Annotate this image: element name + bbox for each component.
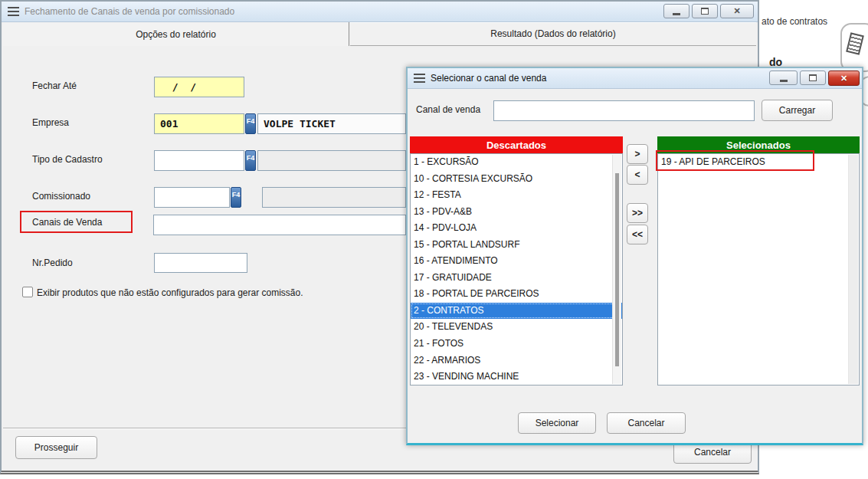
move-all-left-button[interactable]: << (627, 225, 648, 244)
main-window-title: Fechamento de Canais de venda por comiss… (25, 6, 234, 17)
dialog-titlebar[interactable]: Selecionar o canal de venda ✕ (408, 68, 862, 89)
tipo-cadastro-code-input[interactable] (154, 150, 244, 171)
list-item[interactable]: 16 - ATENDIMENTO (411, 253, 622, 270)
minimize-icon (780, 80, 788, 82)
list-item[interactable]: 13 - PDV-A&B (411, 204, 622, 221)
list-item[interactable]: 10 - CORTESIA EXCURSÃO (411, 171, 622, 188)
screen: ato de contratos do Fechamento de Canais… (0, 0, 868, 479)
canais-venda-label: Canais de Venda (32, 217, 102, 228)
fechar-ate-input[interactable]: / / (154, 77, 244, 97)
dialog-minimize-button[interactable] (769, 71, 798, 85)
move-all-right-button[interactable]: >> (627, 203, 648, 223)
descartados-header: Descartados (410, 136, 623, 153)
nr-pedido-label: Nr.Pedido (32, 258, 73, 268)
tipo-cadastro-label: Tipo de Cadastro (32, 154, 103, 165)
selecionados-header: Selecionados (657, 136, 860, 153)
list-item[interactable]: 20 - TELEVENDAS (411, 319, 622, 336)
empresa-f4-lookup-icon[interactable]: F4 (245, 113, 256, 134)
nr-pedido-input[interactable] (154, 253, 247, 273)
selecionar-button[interactable]: Selecionar (518, 412, 596, 434)
close-button[interactable]: ✕ (720, 4, 754, 18)
maximize-button[interactable] (692, 4, 718, 18)
tab-opcoes-relatorio[interactable]: Opções do relatório (3, 22, 349, 46)
canal-de-venda-input[interactable] (493, 100, 755, 121)
close-icon: ✕ (840, 74, 847, 83)
note-glyph-icon (846, 32, 864, 55)
selecionados-items: 19 - API DE PARCEIROS (658, 154, 859, 171)
comissionado-f4-lookup-icon[interactable]: F4 (231, 187, 241, 208)
list-item[interactable]: 14 - PDV-LOJA (411, 220, 622, 237)
comissionado-code-input[interactable] (154, 187, 230, 208)
dialog-close-button[interactable]: ✕ (828, 71, 860, 86)
list-item[interactable]: 17 - GRATUIDADE (411, 270, 622, 287)
tab-label: Resultado (Dados do relatório) (490, 28, 615, 39)
list-item[interactable]: 15 - PORTAL LANDSURF (411, 237, 622, 254)
descartados-listbox: 1 - EXCURSÃO10 - CORTESIA EXCURSÃO12 - F… (410, 153, 623, 385)
background-text: ato de contratos (762, 16, 827, 27)
fechar-ate-value: / / (155, 77, 244, 97)
canal-de-venda-label: Canal de venda (416, 104, 480, 115)
descartados-scrollbar[interactable] (612, 155, 621, 384)
maximize-icon (701, 8, 709, 15)
tab-resultado[interactable]: Resultado (Dados do relatório) (350, 22, 756, 46)
selecionar-canal-dialog: Selecionar o canal de venda ✕ Canal de v… (406, 67, 863, 445)
close-icon: ✕ (733, 7, 740, 15)
dialog-maximize-button[interactable] (800, 71, 826, 85)
canais-venda-input[interactable] (153, 215, 406, 235)
move-left-button[interactable]: < (627, 165, 648, 185)
empresa-name-value: VOLPE TICKET (258, 114, 405, 133)
maximize-icon (809, 74, 817, 81)
empresa-code-value: 001 (155, 114, 244, 133)
carregar-button[interactable]: Carregar (762, 100, 833, 121)
list-item[interactable]: 12 - FESTA (411, 187, 622, 204)
list-item[interactable]: 1 - EXCURSÃO (411, 154, 622, 171)
fechar-ate-label: Fechar Até (32, 80, 77, 91)
menu-icon[interactable] (8, 7, 19, 16)
selecionados-scrollbar[interactable] (848, 155, 858, 384)
exibir-produtos-label: Exibir produtos que não estão configurad… (37, 287, 303, 298)
tipo-cadastro-f4-lookup-icon[interactable]: F4 (245, 150, 256, 171)
descartados-items: 1 - EXCURSÃO10 - CORTESIA EXCURSÃO12 - F… (411, 154, 622, 385)
tipo-cadastro-name-display (257, 150, 406, 171)
selecionados-listbox: 19 - API DE PARCEIROS (657, 153, 860, 385)
menu-icon[interactable] (414, 74, 425, 83)
comissionado-label: Comissionado (32, 191, 90, 202)
list-item[interactable]: 2 - CONTRATOS (411, 303, 622, 320)
list-item[interactable]: 21 - FOTOS (411, 336, 622, 353)
list-item[interactable]: 19 - API DE PARCEIROS (658, 154, 859, 171)
comissionado-name-display (262, 187, 406, 208)
list-item[interactable]: 18 - PORTAL DE PARCEIROS (411, 286, 622, 303)
dialog-title: Selecionar o canal de venda (431, 73, 546, 84)
tab-label: Opções do relatório (136, 29, 216, 40)
exibir-produtos-checkbox[interactable] (22, 287, 33, 297)
minimize-button[interactable] (663, 4, 689, 18)
note-icon[interactable] (840, 23, 868, 72)
empresa-code-input[interactable]: 001 (154, 113, 244, 134)
scrollbar-thumb[interactable] (615, 173, 619, 366)
empresa-label: Empresa (32, 117, 69, 128)
move-right-button[interactable]: > (627, 144, 648, 164)
dialog-cancelar-button[interactable]: Cancelar (607, 412, 686, 434)
prosseguir-button[interactable]: Prosseguir (15, 436, 97, 459)
empresa-name-display: VOLPE TICKET (257, 113, 406, 134)
tabbar: Opções do relatório Resultado (Dados do … (2, 22, 758, 46)
list-item[interactable]: 23 - VENDING MACHINE (411, 369, 622, 385)
list-item[interactable]: 22 - ARMARIOS (411, 353, 622, 369)
minimize-icon (673, 13, 680, 15)
main-titlebar[interactable]: Fechamento de Canais de venda por comiss… (2, 2, 758, 22)
